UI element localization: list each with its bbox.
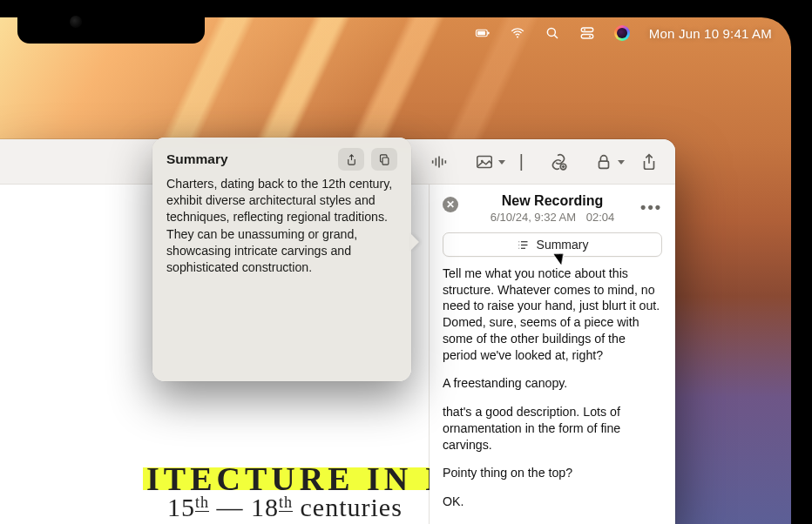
- media-menu-button[interactable]: [474, 151, 495, 172]
- more-options-button[interactable]: •••: [640, 198, 662, 217]
- svg-rect-27: [382, 158, 389, 165]
- transcript-panel: ✕ New Recording ••• 6/10/24, 9:32 AM 02:…: [430, 185, 675, 524]
- close-transcript-button[interactable]: ✕: [443, 197, 458, 212]
- svg-point-7: [584, 29, 585, 30]
- recording-meta: 6/10/24, 9:32 AM 02:04: [443, 211, 662, 224]
- control-center-icon[interactable]: [579, 25, 595, 41]
- device-bezel: Mon Jun 10 9:41 AM |: [0, 0, 812, 524]
- svg-rect-2: [488, 32, 490, 35]
- transcript-text: Tell me what you notice about this struc…: [443, 265, 662, 522]
- popover-body: Charters, dating back to the 12th centur…: [166, 176, 397, 276]
- desktop-screen: Mon Jun 10 9:41 AM |: [0, 17, 791, 524]
- handwritten-subtitle: 15th — 18th centuries: [78, 463, 403, 524]
- summary-button-label: Summary: [537, 238, 589, 252]
- svg-rect-6: [581, 28, 593, 32]
- popover-copy-button[interactable]: [371, 148, 397, 171]
- transcript-paragraph: that's a good description. Lots of ornam…: [443, 404, 662, 453]
- spotlight-search-icon[interactable]: [545, 25, 560, 41]
- audio-record-button[interactable]: [429, 151, 450, 172]
- share-button[interactable]: [639, 151, 660, 172]
- recording-duration: 02:04: [586, 211, 615, 224]
- cursor-pointer-icon: [557, 251, 569, 266]
- svg-point-4: [547, 28, 555, 36]
- svg-point-9: [589, 36, 591, 37]
- svg-rect-1: [477, 31, 485, 36]
- recording-title: New Recording: [502, 193, 603, 209]
- camera-icon: [70, 16, 82, 28]
- transcript-paragraph: OK.: [443, 494, 662, 510]
- svg-rect-20: [599, 161, 609, 168]
- recording-date: 6/10/24, 9:32 AM: [491, 211, 576, 224]
- transcript-paragraph: Pointy thing on the top?: [443, 465, 662, 481]
- battery-icon[interactable]: [475, 25, 491, 41]
- popover-share-button[interactable]: [338, 148, 364, 171]
- lock-menu-button[interactable]: [593, 151, 614, 172]
- summary-button[interactable]: Summary: [443, 232, 662, 257]
- transcript-paragraph: A freestanding canopy.: [443, 375, 662, 392]
- summary-popover: Summary Chart: [152, 138, 411, 381]
- clock-datetime[interactable]: Mon Jun 10 9:41 AM: [649, 26, 772, 41]
- svg-line-5: [554, 35, 558, 38]
- toolbar-divider: |: [519, 151, 524, 171]
- wifi-icon[interactable]: [510, 25, 525, 41]
- svg-point-3: [517, 37, 518, 38]
- transcript-paragraph: Tell me what you notice about this struc…: [443, 265, 662, 363]
- link-add-button[interactable]: [548, 151, 569, 172]
- siri-icon[interactable]: [614, 25, 630, 41]
- svg-rect-8: [581, 35, 593, 39]
- popover-title: Summary: [166, 151, 338, 167]
- display-notch: [17, 0, 205, 44]
